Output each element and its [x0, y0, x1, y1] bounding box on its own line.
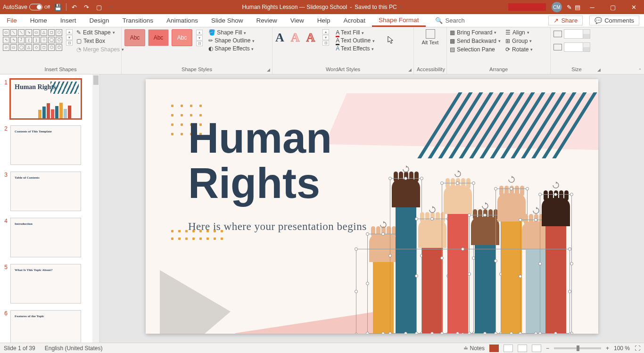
thumb-row-5[interactable]: 5What Is This Topic About? [3, 264, 91, 304]
rotate-handle-icon[interactable] [402, 165, 410, 173]
group-selection-box[interactable] [356, 249, 570, 334]
shape-effects-button[interactable]: ◐ Shape Effects ▾ [208, 45, 255, 52]
style-preset-3[interactable]: Abc [172, 29, 192, 46]
wordart-preset-1[interactable]: A [275, 31, 284, 45]
size-launcher-icon[interactable]: ◢ [597, 67, 601, 72]
save-icon[interactable]: 💾 [54, 3, 62, 11]
thumb-row-3[interactable]: 3Table of Contents [3, 172, 91, 211]
thumb-preview[interactable]: Contents of This Template [10, 125, 81, 165]
tab-review[interactable]: Review [249, 14, 283, 27]
wordart-gallery[interactable]: A A A ▴▾⊟ [275, 29, 329, 46]
drawing-mode-icon[interactable]: ✎ [565, 3, 573, 11]
wordart-preset-3[interactable]: A [306, 31, 315, 45]
maximize-button[interactable]: ▢ [603, 0, 623, 14]
thumbs-scrollbar[interactable] [92, 74, 99, 343]
tab-home[interactable]: Home [24, 14, 54, 27]
shape-styles-launcher-icon[interactable]: ◢ [267, 67, 270, 72]
tab-shape-format[interactable]: Shape Format [372, 14, 426, 27]
thumb-preview[interactable]: Human Rights [10, 79, 81, 119]
notes-button[interactable]: ≐ Notes [463, 345, 485, 352]
group-button[interactable]: ⊞Group▾ [505, 38, 533, 44]
shape-width-input[interactable] [553, 42, 590, 52]
from-beginning-icon[interactable]: ▢ [95, 3, 103, 11]
reading-view-button[interactable] [518, 345, 527, 352]
tab-transitions[interactable]: Transitions [116, 14, 160, 27]
ribbon-display-icon[interactable]: ▤ [573, 3, 582, 11]
tab-view[interactable]: View [284, 14, 311, 27]
tab-design[interactable]: Design [83, 14, 116, 27]
zoom-out-button[interactable]: − [546, 345, 549, 352]
shape-styles-scroll[interactable]: ▴▾⊟ [196, 30, 203, 46]
tab-animations[interactable]: Animations [160, 14, 205, 27]
style-preset-2[interactable]: Abc [148, 29, 169, 46]
doc-title-caret-icon[interactable]: ▾ [400, 5, 402, 9]
rotate-button[interactable]: ⟳Rotate▾ [505, 46, 533, 53]
comments-button[interactable]: 💬 Comments [589, 16, 639, 25]
style-preset-1[interactable]: Abc [124, 29, 145, 46]
wordart-scroll[interactable]: ▴▾⊟ [322, 29, 329, 46]
merge-shapes-button[interactable]: ◔Merge Shapes▾ [76, 46, 124, 53]
height-spinner[interactable] [564, 29, 590, 39]
rotate-handle-icon[interactable] [454, 170, 462, 178]
hands-shape-group[interactable] [363, 178, 570, 334]
rotate-handle-icon[interactable] [481, 202, 489, 210]
text-outline-button[interactable]: A Text Outline ▾ [336, 37, 374, 44]
slide-editor[interactable]: Human Rights Here is where your presenta… [146, 79, 598, 334]
fit-to-window-button[interactable]: ⛶ [635, 345, 640, 352]
rotate-handle-icon[interactable] [508, 176, 515, 183]
zoom-slider[interactable] [554, 347, 601, 349]
zoom-value[interactable]: 100 % [614, 345, 630, 352]
thumb-preview[interactable]: Features of the Topic [10, 310, 81, 343]
tab-insert[interactable]: Insert [54, 14, 83, 27]
shape-outline-button[interactable]: ✏ Shape Outline ▾ [208, 37, 255, 44]
thumb-row-2[interactable]: 2Contents of This Template [3, 125, 91, 165]
shape-styles-gallery[interactable]: Abc Abc Abc ▴▾⊟ [124, 29, 203, 46]
thumb-row-4[interactable]: 4Introduction [3, 218, 91, 257]
wordart-preset-2[interactable]: A [291, 31, 300, 45]
shape-height-input[interactable] [553, 29, 590, 39]
slide-subtitle[interactable]: Here is where your presentation begins [188, 221, 367, 233]
align-button[interactable]: ☰Align▾ [505, 29, 533, 36]
undo-icon[interactable]: ↶ [70, 3, 79, 11]
zoom-in-button[interactable]: + [606, 345, 609, 352]
collapse-ribbon-icon[interactable]: ˄ [639, 68, 641, 73]
rotate-handle-icon[interactable] [532, 207, 540, 214]
text-effects-button[interactable]: A Text Effects ▾ [336, 45, 374, 52]
autosave-switch-icon[interactable] [29, 4, 42, 10]
send-backward-button[interactable]: ▩Send Backward ▾ [450, 38, 501, 44]
language-status[interactable]: English (United States) [45, 345, 103, 352]
edit-shape-button[interactable]: ✎Edit Shape▾ [76, 29, 124, 36]
bring-forward-button[interactable]: ▦Bring Forward ▾ [450, 29, 501, 36]
qat-more-icon[interactable]: ▾ [107, 3, 116, 11]
normal-view-button[interactable] [489, 345, 499, 352]
autosave-toggle[interactable]: AutoSave Off [3, 4, 50, 10]
tab-help[interactable]: Help [311, 14, 337, 27]
wordart-launcher-icon[interactable]: ◢ [408, 67, 412, 72]
thumb-preview[interactable]: Table of Contents [10, 172, 81, 211]
thumb-row-1[interactable]: 1Human Rights [3, 79, 91, 119]
shape-fill-button[interactable]: 🪣 Shape Fill ▾ [208, 29, 255, 36]
slide-canvas-area[interactable]: Human Rights Here is where your presenta… [100, 74, 644, 343]
user-avatar[interactable]: CM [552, 2, 562, 12]
alt-text-button[interactable]: Alt Text [421, 29, 440, 45]
thumb-preview[interactable]: Introduction [10, 218, 81, 257]
share-button[interactable]: ↗ Share [548, 16, 583, 25]
slide-count[interactable]: Slide 1 of 39 [4, 345, 35, 352]
width-spinner[interactable] [564, 42, 590, 52]
shapes-gallery-scroll[interactable]: ▴▾⊟ [66, 29, 73, 51]
slideshow-view-button[interactable] [532, 345, 541, 352]
tab-acrobat[interactable]: Acrobat [337, 14, 372, 27]
tell-me-search[interactable]: 🔍 Search [435, 14, 465, 27]
rotate-handle-icon[interactable] [429, 206, 436, 213]
slide-sorter-view-button[interactable] [504, 345, 513, 352]
slide-title[interactable]: Human Rights [188, 116, 332, 206]
thumb-preview[interactable]: What Is This Topic About? [10, 264, 81, 304]
text-box-button[interactable]: ▢Text Box [76, 38, 124, 44]
close-button[interactable]: ✕ [623, 0, 644, 14]
shapes-gallery[interactable]: ▭＼＼↘▭△◻⬡ ∿∿⤴{}☆◯⬠ ▱▭◯△◇◻⬡⬠ [3, 29, 65, 51]
selection-pane-button[interactable]: ▤Selection Pane [450, 46, 501, 53]
redo-icon[interactable]: ↷ [83, 3, 91, 11]
text-fill-button[interactable]: A Text Fill ▾ [336, 29, 374, 36]
tab-slide-show[interactable]: Slide Show [205, 14, 250, 27]
rotate-handle-icon[interactable] [552, 181, 560, 189]
